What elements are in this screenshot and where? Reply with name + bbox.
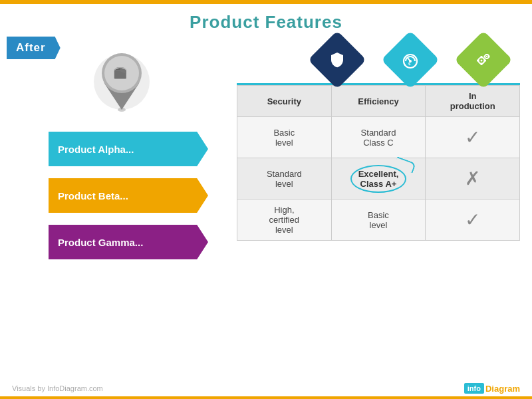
efficiency-diamond-icon: $ <box>381 31 440 89</box>
product-row-beta: Product Beta... <box>12 175 231 216</box>
col-header-efficiency: Efficiency <box>331 86 426 117</box>
svg-rect-21 <box>485 60 486 62</box>
svg-rect-20 <box>477 60 478 62</box>
alpha-efficiency: StandardClass C <box>331 117 426 158</box>
gamma-efficiency: Basiclevel <box>331 200 426 241</box>
svg-rect-22 <box>486 54 488 55</box>
check-icon: ✓ <box>465 209 480 230</box>
svg-rect-19 <box>481 64 483 65</box>
page-title: Product Features <box>0 0 532 33</box>
table-row: Standardlevel Excellent,Class A+ ✗ <box>237 158 520 200</box>
product-gamma-label: Product Gamma... <box>49 225 208 259</box>
beta-efficiency-highlighted: Excellent,Class A+ <box>331 158 426 200</box>
efficiency-icon-cell: $ <box>374 37 447 83</box>
product-alpha-label: Product Alpha... <box>49 132 208 166</box>
footer-visuals-text: Visuals by InfoDiagram.com <box>12 384 103 392</box>
production-icon-cell <box>447 37 520 83</box>
box-pin-icon <box>92 43 152 116</box>
cross-icon: ✗ <box>465 168 480 189</box>
table-row: High,certifiedlevel Basiclevel ✓ <box>237 200 520 241</box>
alpha-production: ✓ <box>426 117 520 158</box>
footer: Visuals by InfoDiagram.com info Diagram <box>0 383 532 394</box>
beta-security: Standardlevel <box>237 158 332 200</box>
col-header-security: Security <box>237 86 332 117</box>
left-section: Product Alpha... Product Beta... Product… <box>12 37 231 263</box>
col-header-production: Inproduction <box>426 86 520 117</box>
gamma-production: ✓ <box>426 200 520 241</box>
infodiagram-logo: info Diagram <box>464 383 520 394</box>
table-row: Basiclevel StandardClass C ✓ <box>237 117 520 158</box>
svg-rect-24 <box>484 56 485 58</box>
check-icon: ✓ <box>465 127 480 148</box>
gamma-security: High,certifiedlevel <box>237 200 332 241</box>
product-row-gamma: Product Gamma... <box>12 221 231 263</box>
svg-rect-18 <box>481 56 483 57</box>
product-row-alpha: Product Alpha... <box>12 128 231 170</box>
logo-info-part: info <box>464 383 484 394</box>
product-rows: Product Alpha... Product Beta... Product… <box>12 128 231 263</box>
pin-container <box>92 43 152 116</box>
svg-rect-25 <box>489 56 490 58</box>
bottom-accent-bar <box>0 396 532 399</box>
security-icon-cell <box>301 37 374 83</box>
main-content: Product Alpha... Product Beta... Product… <box>0 37 532 263</box>
production-diamond-icon <box>454 31 513 89</box>
svg-point-15 <box>481 60 483 62</box>
product-beta-label: Product Beta... <box>49 178 208 213</box>
logo-diagram-part: Diagram <box>485 384 520 394</box>
alpha-security: Basiclevel <box>237 117 332 158</box>
highlight-circle: Excellent,Class A+ <box>350 165 407 193</box>
security-diamond-icon <box>308 31 366 89</box>
features-table: Security Efficiency Inproduction Basicle… <box>237 85 520 241</box>
right-section: $ <box>237 37 520 241</box>
shield-icon <box>328 51 346 69</box>
speedometer-icon: $ <box>400 50 420 70</box>
gear-icon <box>473 50 493 70</box>
icons-row: $ <box>237 37 520 83</box>
svg-point-17 <box>486 56 487 57</box>
top-accent-bar <box>0 0 532 4</box>
svg-point-9 <box>118 108 126 112</box>
beta-production: ✗ <box>426 158 520 200</box>
svg-rect-23 <box>486 59 488 60</box>
